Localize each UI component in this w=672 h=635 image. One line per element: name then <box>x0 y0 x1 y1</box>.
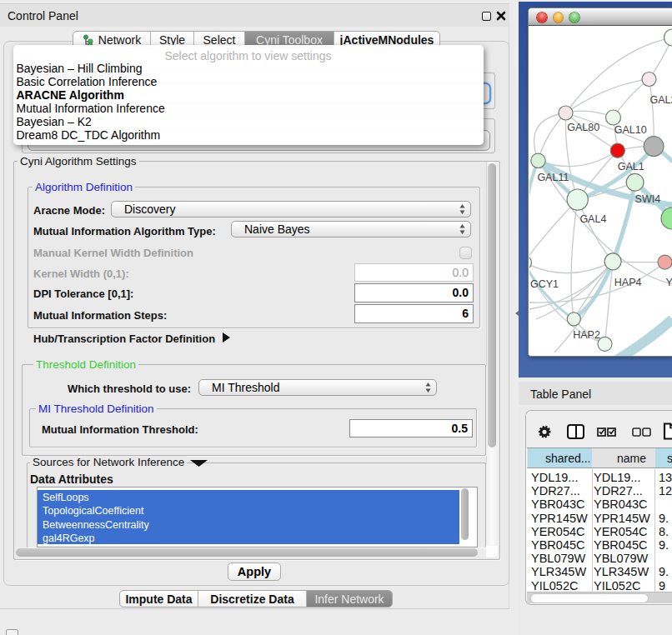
svg-text:GAL4: GAL4 <box>579 213 606 225</box>
svg-text:GAL11: GAL11 <box>537 172 569 183</box>
svg-text:GAL2: GAL2 <box>649 94 672 106</box>
svg-text:GCY1: GCY1 <box>530 278 559 290</box>
svg-text:GAL1: GAL1 <box>617 161 644 172</box>
svg-text:HAP2: HAP2 <box>573 329 600 341</box>
svg-text:YM: YM <box>665 277 672 288</box>
svg-text:SWI4: SWI4 <box>634 193 660 205</box>
svg-text:GAL10: GAL10 <box>614 124 646 136</box>
svg-text:HAP4: HAP4 <box>614 277 641 288</box>
svg-text:GAL80: GAL80 <box>567 122 599 133</box>
